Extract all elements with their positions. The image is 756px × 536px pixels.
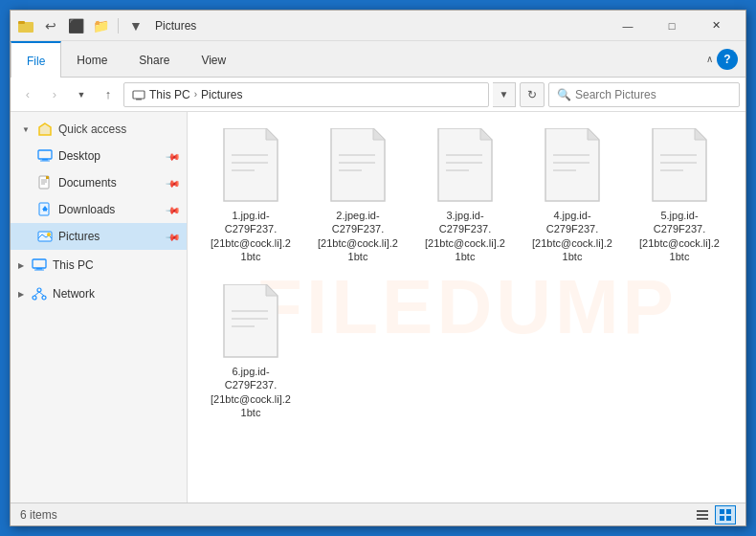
file-name: 6.jpg.id-C279F237.[21btc@cock.li].21btc (208, 365, 294, 419)
svg-rect-6 (38, 150, 52, 159)
pin-icon-desktop: 📌 (166, 148, 181, 164)
separator (118, 18, 119, 34)
maximize-btn[interactable]: □ (650, 11, 694, 41)
ribbon: File Home Share View ∧ ? (11, 41, 745, 78)
file-item[interactable]: 3.jpg.id-C279F237.[21btc@cock.li].21btc (417, 123, 513, 268)
search-input[interactable] (575, 88, 731, 101)
downloads-icon (37, 202, 53, 217)
svg-rect-50 (720, 516, 724, 521)
sidebar: ▼ Quick access Desktop 📌 Documents (11, 112, 188, 502)
expand-icon: ▼ (22, 125, 30, 134)
svg-rect-2 (133, 91, 145, 99)
explorer-window: ↩ ⬛ 📁 ▼ Pictures — □ ✕ File Home Share V… (10, 10, 746, 526)
path-dropdown-btn[interactable]: ▼ (493, 82, 516, 107)
up-btn[interactable]: ↑ (97, 83, 120, 106)
svg-rect-7 (42, 159, 48, 161)
sidebar-item-documents[interactable]: Documents 📌 (11, 169, 187, 196)
search-box[interactable]: 🔍 (548, 82, 740, 107)
tab-home[interactable]: Home (61, 41, 123, 78)
title-bar: ↩ ⬛ 📁 ▼ Pictures — □ ✕ (11, 11, 745, 41)
svg-rect-51 (726, 516, 731, 521)
file-name: 2.jpeg.id-C279F237.[21btc@cock.li].21btc (315, 209, 401, 263)
thispc-label: This PC (53, 258, 94, 272)
sidebar-item-thispc[interactable]: ▶ This PC (11, 252, 187, 279)
address-path[interactable]: This PC › Pictures (123, 82, 489, 107)
tab-view-label: View (201, 54, 226, 67)
thispc-icon (132, 89, 145, 100)
file-icon (323, 128, 392, 205)
main-area: ▼ Quick access Desktop 📌 Documents (11, 112, 745, 502)
sidebar-item-desktop[interactable]: Desktop 📌 (11, 143, 187, 169)
file-icon (216, 128, 285, 205)
file-name: 5.jpg.id-C279F237.[21btc@cock.li].21btc (636, 209, 723, 263)
file-svg (645, 128, 714, 205)
titlebar-dropdown-btn[interactable]: ▼ (124, 15, 147, 36)
file-item[interactable]: 1.jpg.id-C279F237.[21btc@cock.li].21btc (203, 123, 299, 268)
desktop-label: Desktop (58, 149, 100, 163)
tab-share-label: Share (139, 54, 169, 67)
svg-rect-3 (136, 99, 142, 100)
sidebar-item-downloads[interactable]: Downloads 📌 (11, 196, 187, 223)
file-item[interactable]: 4.jpg.id-C279F237.[21btc@cock.li].21btc (524, 123, 620, 268)
svg-point-18 (47, 233, 51, 236)
file-svg (216, 128, 285, 205)
svg-rect-19 (33, 259, 46, 268)
recent-locations-btn[interactable]: ▼ (70, 83, 93, 106)
file-item[interactable]: 2.jpeg.id-C279F237.[21btc@cock.li].21btc (310, 123, 406, 268)
file-item[interactable]: 6.jpg.id-C279F237.[21btc@cock.li].21btc (203, 279, 299, 424)
svg-point-23 (33, 296, 36, 300)
titlebar-newfolder-btn[interactable]: 📁 (89, 15, 112, 36)
tab-file-label: File (27, 55, 45, 68)
grid-view-btn[interactable] (715, 505, 736, 525)
sidebar-item-quickaccess[interactable]: ▼ Quick access (11, 116, 187, 143)
file-name: 4.jpg.id-C279F237.[21btc@cock.li].21btc (529, 209, 615, 263)
svg-rect-49 (726, 509, 731, 514)
titlebar-props-btn[interactable]: ⬛ (64, 15, 87, 36)
tab-share[interactable]: Share (123, 41, 186, 78)
help-button[interactable]: ? (717, 49, 738, 70)
list-view-icon (696, 508, 709, 522)
status-bar: 6 items (11, 502, 745, 525)
address-bar: ‹ › ▼ ↑ This PC › Pictures ▼ ↻ 🔍 (11, 78, 745, 112)
svg-rect-46 (697, 514, 708, 516)
file-icon (538, 128, 607, 205)
pin-icon-pictures: 📌 (166, 229, 181, 244)
window-title: Pictures (155, 19, 606, 33)
ribbon-collapse-icon[interactable]: ∧ (706, 54, 713, 64)
file-area: FILEDUMP 1.jpg.id-C279F237.[21btc@cock.l… (188, 112, 745, 502)
sidebar-section-network: ▶ Network (11, 280, 187, 307)
refresh-btn[interactable]: ↻ (520, 82, 545, 107)
back-btn[interactable]: ‹ (16, 83, 39, 106)
svg-rect-21 (34, 270, 44, 271)
forward-btn[interactable]: › (43, 83, 66, 106)
expand-thispc-icon: ▶ (18, 261, 24, 270)
status-count: 6 items (20, 508, 57, 522)
sidebar-item-pictures[interactable]: Pictures 📌 (11, 223, 187, 250)
documents-icon (37, 175, 53, 190)
path-chevron-1: › (194, 89, 197, 100)
sidebar-item-network[interactable]: ▶ Network (11, 280, 187, 307)
svg-rect-45 (697, 510, 708, 512)
search-icon: 🔍 (557, 88, 571, 101)
tab-view[interactable]: View (186, 41, 242, 78)
thispc-icon (32, 257, 47, 273)
close-btn[interactable]: ✕ (694, 11, 738, 41)
titlebar-undo-btn[interactable]: ↩ (39, 15, 62, 36)
ribbon-help-area: ∧ ? (706, 41, 745, 77)
file-item[interactable]: 5.jpg.id-C279F237.[21btc@cock.li].21btc (632, 123, 727, 268)
documents-label: Documents (58, 176, 117, 190)
svg-rect-1 (18, 21, 25, 24)
file-svg (431, 128, 500, 205)
quickaccess-icon (37, 122, 53, 137)
tab-file[interactable]: File (11, 41, 61, 78)
svg-rect-16 (43, 210, 47, 212)
list-view-btn[interactable] (692, 505, 713, 525)
svg-point-24 (42, 296, 46, 300)
tab-home-label: Home (77, 54, 107, 67)
svg-line-26 (39, 292, 44, 296)
minimize-btn[interactable]: — (606, 11, 650, 41)
window-controls: — □ ✕ (606, 11, 738, 41)
svg-rect-48 (720, 509, 724, 514)
file-svg (216, 284, 285, 361)
svg-line-25 (34, 292, 39, 296)
